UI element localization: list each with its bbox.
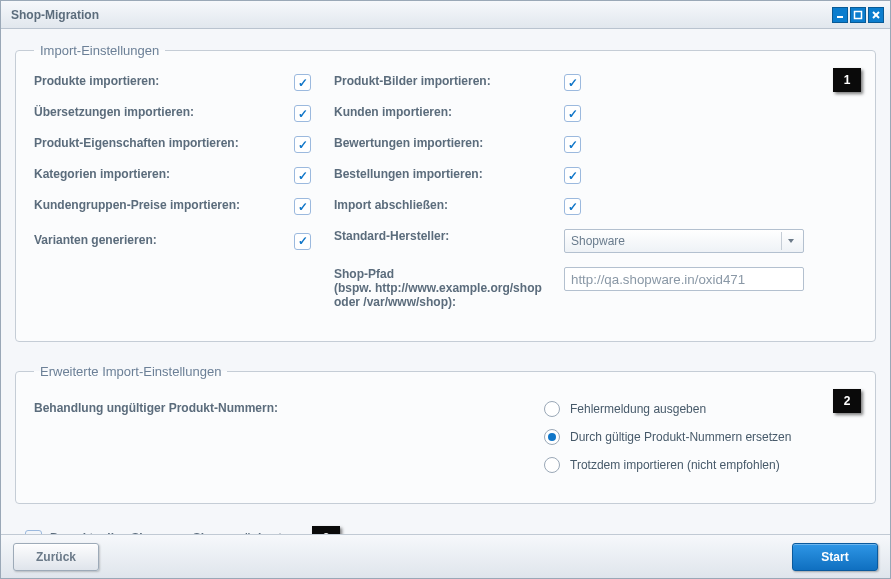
shop-migration-window: Shop-Migration Import-Einstellungen 1 Pr… bbox=[0, 0, 891, 579]
checkbox-categories[interactable] bbox=[294, 167, 311, 184]
supplier-selected-value: Shopware bbox=[571, 234, 625, 248]
checkbox-orders[interactable] bbox=[564, 167, 581, 184]
label-translations: Übersetzungen importieren: bbox=[34, 105, 294, 122]
svg-rect-1 bbox=[855, 11, 862, 18]
label-orders: Bestellungen importieren: bbox=[334, 167, 564, 184]
minimize-icon bbox=[835, 10, 845, 20]
back-button[interactable]: Zurück bbox=[13, 543, 99, 571]
label-images: Produkt-Bilder importieren: bbox=[334, 74, 564, 91]
callout-badge-3: 3 bbox=[312, 526, 340, 534]
label-variants: Varianten generieren: bbox=[34, 233, 294, 250]
checkbox-ratings[interactable] bbox=[564, 136, 581, 153]
checkbox-images[interactable] bbox=[564, 74, 581, 91]
label-properties: Produkt-Eigenschaften importieren: bbox=[34, 136, 294, 153]
minimize-button[interactable] bbox=[832, 7, 848, 23]
import-settings-panel: Import-Einstellungen 1 Produkte importie… bbox=[15, 43, 876, 342]
label-categories: Kategorien importieren: bbox=[34, 167, 294, 184]
label-shoppath: Shop-Pfad (bspw. http://www.example.org/… bbox=[334, 267, 564, 309]
reset-row: Den aktuellen Shopware-Shop zurücksetzen… bbox=[25, 526, 876, 534]
chevron-down-icon bbox=[781, 232, 799, 250]
window-title: Shop-Migration bbox=[11, 8, 99, 22]
checkbox-translations[interactable] bbox=[294, 105, 311, 122]
label-finish: Import abschließen: bbox=[334, 198, 564, 215]
start-button[interactable]: Start bbox=[792, 543, 878, 571]
label-prices: Kundengruppen-Preise importieren: bbox=[34, 198, 294, 215]
radio-replace-label: Durch gültige Produkt-Nummern ersetzen bbox=[570, 430, 791, 444]
invalid-numbers-radio-group: Fehlermeldung ausgeben Durch gültige Pro… bbox=[544, 401, 857, 485]
titlebar: Shop-Migration bbox=[1, 1, 890, 29]
callout-badge-2: 2 bbox=[833, 389, 861, 413]
callout-badge-1: 1 bbox=[833, 68, 861, 92]
shoppath-input[interactable] bbox=[564, 267, 804, 291]
advanced-settings-panel: Erweiterte Import-Einstellungen 2 Behand… bbox=[15, 364, 876, 504]
radio-error-label: Fehlermeldung ausgeben bbox=[570, 402, 706, 416]
maximize-icon bbox=[853, 10, 863, 20]
maximize-button[interactable] bbox=[850, 7, 866, 23]
label-ratings: Bewertungen importieren: bbox=[334, 136, 564, 153]
radio-force-label: Trotzdem importieren (nicht empfohlen) bbox=[570, 458, 780, 472]
close-button[interactable] bbox=[868, 7, 884, 23]
close-icon bbox=[871, 10, 881, 20]
checkbox-properties[interactable] bbox=[294, 136, 311, 153]
label-invalid-numbers: Behandlung ungültiger Produkt-Nummern: bbox=[34, 401, 334, 485]
import-settings-legend: Import-Einstellungen bbox=[34, 43, 165, 58]
checkbox-variants[interactable] bbox=[294, 233, 311, 250]
radio-error[interactable] bbox=[544, 401, 560, 417]
window-controls bbox=[832, 7, 884, 23]
label-products: Produkte importieren: bbox=[34, 74, 294, 91]
label-supplier: Standard-Hersteller: bbox=[334, 229, 564, 253]
supplier-select[interactable]: Shopware bbox=[564, 229, 804, 253]
radio-force[interactable] bbox=[544, 457, 560, 473]
footer: Zurück Start bbox=[1, 534, 890, 578]
checkbox-products[interactable] bbox=[294, 74, 311, 91]
checkbox-finish[interactable] bbox=[564, 198, 581, 215]
advanced-settings-legend: Erweiterte Import-Einstellungen bbox=[34, 364, 227, 379]
checkbox-customers[interactable] bbox=[564, 105, 581, 122]
radio-replace[interactable] bbox=[544, 429, 560, 445]
body: Import-Einstellungen 1 Produkte importie… bbox=[1, 29, 890, 534]
label-customers: Kunden importieren: bbox=[334, 105, 564, 122]
checkbox-prices[interactable] bbox=[294, 198, 311, 215]
